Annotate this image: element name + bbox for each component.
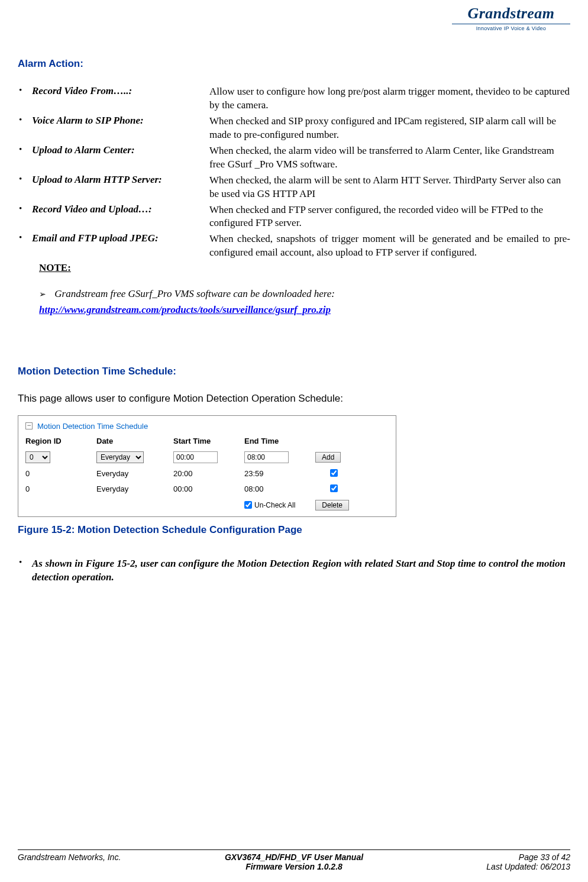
region-select[interactable]: 0 xyxy=(25,451,50,463)
action-label: Record Video From…..: xyxy=(32,85,209,112)
footer-company: Grandstream Networks, Inc. xyxy=(18,852,202,871)
note-text: Grandstream free GSurf_Pro VMS software … xyxy=(54,288,335,299)
list-item: • Upload to Alarm HTTP Server: When chec… xyxy=(18,174,570,201)
cell-region: 0 xyxy=(25,469,96,478)
figure-note-text: As shown in Figure 15-2, user can config… xyxy=(32,557,570,584)
list-item: • Upload to Alarm Center: When checked, … xyxy=(18,144,570,172)
cell-start: 20:00 xyxy=(173,469,244,478)
alarm-action-heading: Alarm Action: xyxy=(18,58,570,70)
schedule-config-panel: − Motion Detection Time Schedule Region … xyxy=(18,415,396,517)
end-time-input[interactable] xyxy=(244,451,289,463)
add-button[interactable]: Add xyxy=(315,452,341,463)
cell-date: Everyday xyxy=(96,484,173,493)
cell-end: 08:00 xyxy=(244,484,315,493)
action-desc: When checked, the alarm will be sent to … xyxy=(209,174,570,201)
bullet-icon: • xyxy=(18,115,32,142)
action-desc: When checked, the alarm video will be tr… xyxy=(209,144,570,172)
cell-date: Everyday xyxy=(96,469,173,478)
note-section: ➢ Grandstream free GSurf_Pro VMS softwar… xyxy=(39,286,570,318)
footer-manual: GXV3674_HD/FHD_VF User Manual xyxy=(225,852,363,862)
figure-note: • As shown in Figure 15-2, user can conf… xyxy=(18,557,570,584)
action-list: • Record Video From…..: Allow user to co… xyxy=(18,85,570,274)
action-desc: When checked and FTP server configured, … xyxy=(209,203,570,231)
action-label: Email and FTP upload JPEG: xyxy=(32,232,209,260)
bullet-icon: • xyxy=(18,85,32,112)
row-checkbox[interactable] xyxy=(330,469,338,477)
col-header-region: Region ID xyxy=(25,437,96,445)
footer-divider xyxy=(18,849,570,850)
footer-page: Page 33 of 42 xyxy=(519,852,570,862)
logo-tagline: Innovative IP Voice & Video xyxy=(452,24,570,31)
panel-title: Motion Detection Time Schedule xyxy=(37,422,148,431)
uncheck-all-checkbox[interactable] xyxy=(244,501,252,509)
col-header-end: End Time xyxy=(244,437,315,445)
uncheck-all-label: Un-Check All xyxy=(254,501,295,509)
list-item: • Email and FTP upload JPEG: When checke… xyxy=(18,232,570,260)
motion-schedule-intro: This page allows user to configure Motio… xyxy=(18,393,570,405)
bullet-icon: • xyxy=(18,174,32,201)
delete-button[interactable]: Delete xyxy=(315,500,349,511)
download-link[interactable]: http://www.grandstream.com/products/tool… xyxy=(39,304,331,315)
action-label: Upload to Alarm Center: xyxy=(32,144,209,172)
footer-firmware: Firmware Version 1.0.2.8 xyxy=(245,862,343,871)
bullet-icon: • xyxy=(18,203,32,231)
footer-updated: Last Updated: 06/2013 xyxy=(486,862,570,871)
brand-logo: Grandstream Innovative IP Voice & Video xyxy=(452,5,570,31)
motion-schedule-heading: Motion Detection Time Schedule: xyxy=(18,366,570,377)
note-heading: NOTE: xyxy=(39,262,570,274)
list-item: • Record Video and Upload…: When checked… xyxy=(18,203,570,231)
col-header-start: Start Time xyxy=(173,437,244,445)
chevron-right-icon: ➢ xyxy=(39,287,52,301)
cell-region: 0 xyxy=(25,484,96,493)
col-header-date: Date xyxy=(96,437,173,445)
bullet-icon: • xyxy=(18,144,32,172)
cell-end: 23:59 xyxy=(244,469,315,478)
figure-caption: Figure 15-2: Motion Detection Schedule C… xyxy=(18,524,570,536)
action-desc: When checked, snapshots of trigger momen… xyxy=(209,232,570,260)
action-desc: When checked and SIP proxy configured an… xyxy=(209,115,570,142)
page-footer: Grandstream Networks, Inc. GXV3674_HD/FH… xyxy=(18,852,570,871)
list-item: • Record Video From…..: Allow user to co… xyxy=(18,85,570,112)
start-time-input[interactable] xyxy=(173,451,218,463)
collapse-icon[interactable]: − xyxy=(25,422,33,429)
bullet-icon: • xyxy=(18,557,32,584)
date-select[interactable]: Everyday xyxy=(96,451,144,463)
action-label: Upload to Alarm HTTP Server: xyxy=(32,174,209,201)
logo-text: Grandstream xyxy=(452,5,570,22)
row-checkbox[interactable] xyxy=(330,484,338,492)
action-label: Voice Alarm to SIP Phone: xyxy=(32,115,209,142)
action-desc: Allow user to configure how long pre/pos… xyxy=(209,85,570,112)
cell-start: 00:00 xyxy=(173,484,244,493)
list-item: • Voice Alarm to SIP Phone: When checked… xyxy=(18,115,570,142)
bullet-icon: • xyxy=(18,232,32,260)
action-label: Record Video and Upload…: xyxy=(32,203,209,231)
